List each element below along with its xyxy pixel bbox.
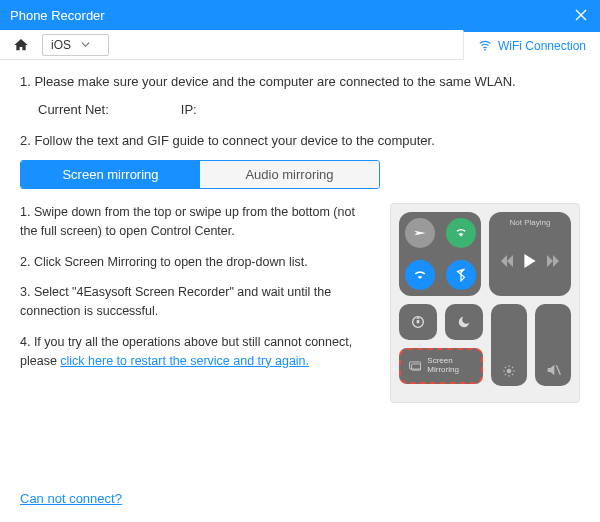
play-icon (523, 254, 537, 271)
screen-mirroring-label: Screen Mirroring (427, 357, 473, 375)
wifi-icon (478, 38, 492, 55)
bluetooth-icon (446, 260, 476, 290)
control-center-preview: Not Playing Screen Mirr (390, 203, 580, 403)
os-select-value: iOS (51, 38, 71, 52)
mirroring-tabs: Screen mirroring Audio mirroring (20, 160, 380, 189)
network-info: Current Net: IP: (38, 102, 580, 117)
cellular-icon (446, 218, 476, 248)
not-playing-label: Not Playing (489, 212, 571, 229)
wifi-connection-tab[interactable]: WiFi Connection (463, 30, 600, 60)
media-tile: Not Playing (489, 212, 571, 296)
instruction-2: 2. Follow the text and GIF guide to conn… (20, 131, 580, 151)
step-2: 2. Click Screen Mirroring to open the dr… (20, 253, 372, 272)
current-net-value (117, 102, 177, 117)
content-area: 1. Please make sure your device and the … (0, 60, 600, 522)
titlebar: Phone Recorder (0, 0, 600, 30)
tab-audio-mirroring[interactable]: Audio mirroring (200, 161, 379, 188)
window-title: Phone Recorder (10, 8, 105, 23)
chevron-down-icon (81, 38, 90, 52)
step-3: 3. Select "4Easysoft Screen Recorder" an… (20, 283, 372, 321)
orientation-lock-icon (399, 304, 437, 340)
close-button[interactable] (572, 6, 590, 24)
svg-rect-2 (417, 320, 420, 323)
ip-value (205, 102, 265, 117)
connectivity-tile (399, 212, 481, 296)
cannot-connect-link[interactable]: Can not connect? (20, 491, 122, 506)
airplane-icon (405, 218, 435, 248)
steps-list: 1. Swipe down from the top or swipe up f… (20, 203, 372, 382)
instruction-1: 1. Please make sure your device and the … (20, 72, 580, 92)
step-4: 4. If you try all the operations above b… (20, 333, 372, 371)
restart-service-link[interactable]: click here to restart the service and tr… (60, 354, 309, 368)
svg-line-6 (556, 365, 560, 374)
screen-mirroring-button: Screen Mirroring (399, 348, 483, 384)
current-net-label: Current Net: (38, 102, 109, 117)
wifi-toggle-icon (405, 260, 435, 290)
toolbar: iOS WiFi Connection (0, 30, 600, 60)
tab-screen-mirroring[interactable]: Screen mirroring (21, 161, 200, 188)
os-select[interactable]: iOS (42, 34, 109, 56)
brightness-slider (491, 304, 527, 386)
volume-slider (535, 304, 571, 386)
svg-point-5 (507, 369, 512, 374)
wifi-tab-label: WiFi Connection (498, 39, 586, 53)
prev-track-icon (501, 255, 513, 270)
do-not-disturb-icon (445, 304, 483, 340)
step-1: 1. Swipe down from the top or swipe up f… (20, 203, 372, 241)
ip-label: IP: (181, 102, 197, 117)
svg-point-0 (484, 48, 486, 50)
next-track-icon (547, 255, 559, 270)
home-button[interactable] (10, 34, 32, 56)
